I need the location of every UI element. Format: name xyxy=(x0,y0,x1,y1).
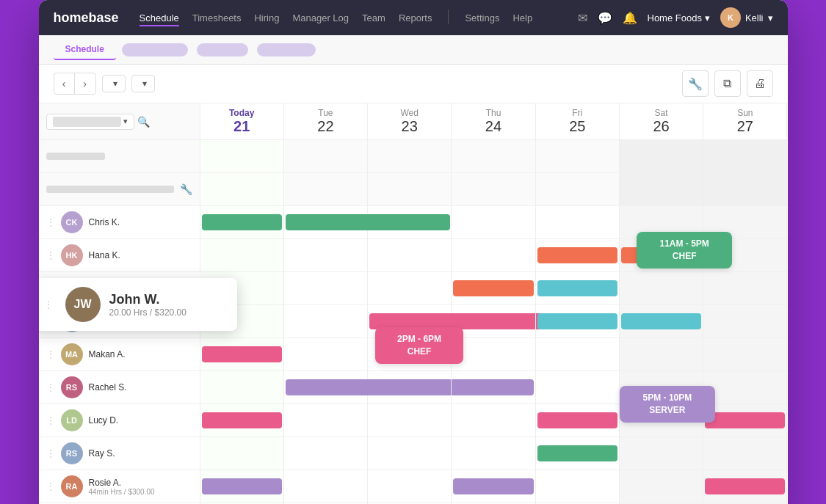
rachel-s-day-1[interactable] xyxy=(284,371,368,403)
lucy-d-day-6[interactable] xyxy=(703,404,787,437)
ray-s-day-6[interactable] xyxy=(703,437,787,470)
makan-a-day-6[interactable] xyxy=(703,338,787,370)
makan-a-day-5[interactable] xyxy=(620,338,703,370)
chris-k-day-4[interactable] xyxy=(536,206,620,238)
date-range-dropdown[interactable]: ▾ xyxy=(102,75,126,92)
mail-icon[interactable]: ✉ xyxy=(578,11,587,25)
rachel-s-day-3[interactable] xyxy=(452,371,535,403)
shift-hana-k-4[interactable] xyxy=(537,247,617,263)
shift-lucy-d-4[interactable] xyxy=(537,412,617,428)
chris-k-day-2[interactable] xyxy=(368,206,452,238)
rosie-a-day-6[interactable] xyxy=(703,470,787,503)
nav-reports[interactable]: Reports xyxy=(399,10,432,26)
hana-k-day-0[interactable] xyxy=(200,239,284,271)
rachel-s-day-4[interactable] xyxy=(536,371,620,403)
rosie-a-day-1[interactable] xyxy=(284,470,368,503)
chris-k-day-3[interactable] xyxy=(452,206,535,238)
john-w-day-1[interactable] xyxy=(284,272,368,304)
shift-rosie-a-6[interactable] xyxy=(705,478,785,494)
shift-lucy-d-0[interactable] xyxy=(202,412,282,428)
user-menu[interactable]: K Kelli ▾ xyxy=(720,7,773,28)
keyvan-r-day-6[interactable] xyxy=(703,305,787,337)
rachel-s-day-0[interactable] xyxy=(200,371,284,403)
makan-a-day-4[interactable] xyxy=(536,338,620,370)
keyvan-r-day-3[interactable] xyxy=(452,305,535,337)
shift-keyvan-r-5[interactable] xyxy=(621,313,701,329)
nav-schedule[interactable]: Schedule xyxy=(140,10,179,26)
chat-icon[interactable]: 💬 xyxy=(598,11,612,25)
hana-k-day-2[interactable] xyxy=(368,239,452,271)
role-filter-dropdown[interactable]: ▾ xyxy=(46,114,134,130)
subtab-pill-3[interactable] xyxy=(257,43,316,56)
chris-k-day-0[interactable] xyxy=(200,206,284,238)
company-selector[interactable]: Home Foods ▾ xyxy=(648,12,710,23)
drag-handle-hana-k[interactable]: ⋮ xyxy=(46,250,55,260)
rosie-a-day-3[interactable] xyxy=(452,470,535,503)
rosie-a-day-2[interactable] xyxy=(368,470,452,503)
nav-help[interactable]: Help xyxy=(512,10,532,26)
hana-k-day-4[interactable] xyxy=(536,239,620,271)
makan-a-day-1[interactable] xyxy=(284,338,368,370)
ray-s-day-2[interactable] xyxy=(368,437,452,470)
makan-a-day-3[interactable] xyxy=(452,338,535,370)
wrench-small-icon[interactable]: 🔧 xyxy=(180,183,192,195)
shift-john-w-4[interactable] xyxy=(537,280,617,296)
print-tool-button[interactable]: 🖨 xyxy=(747,70,773,97)
chris-k-day-1[interactable] xyxy=(284,206,368,238)
rosie-a-day-4[interactable] xyxy=(536,470,620,503)
hana-k-day-1[interactable] xyxy=(284,239,368,271)
rosie-a-day-0[interactable] xyxy=(200,470,284,503)
popup-drag-handle[interactable]: ⋮ xyxy=(43,299,54,310)
drag-handle-rosie-a[interactable]: ⋮ xyxy=(46,481,55,492)
makan-a-day-0[interactable] xyxy=(200,338,284,370)
shift-john-w-3[interactable] xyxy=(453,280,533,296)
shift-rosie-a-0[interactable] xyxy=(202,478,282,494)
next-week-button[interactable]: › xyxy=(75,73,95,94)
prev-week-button[interactable]: ‹ xyxy=(54,73,75,94)
shift-makan-a-0[interactable] xyxy=(202,346,282,362)
nav-settings[interactable]: Settings xyxy=(465,10,499,26)
shift-ray-s-4[interactable] xyxy=(537,445,617,461)
rachel-s-day-5[interactable]: 5PM - 10PM SERVER xyxy=(620,371,703,403)
ray-s-day-5[interactable] xyxy=(620,437,703,470)
keyvan-r-day-5[interactable] xyxy=(620,305,703,337)
copy-tool-button[interactable]: ⧉ xyxy=(714,70,741,97)
nav-hiring[interactable]: Hiring xyxy=(254,10,279,26)
lucy-d-day-0[interactable] xyxy=(200,404,284,437)
drag-handle-lucy-d[interactable]: ⋮ xyxy=(46,415,55,426)
drag-handle-rachel-s[interactable]: ⋮ xyxy=(46,382,55,392)
keyvan-r-day-4[interactable] xyxy=(536,305,620,337)
john-w-day-5[interactable] xyxy=(620,272,703,304)
drag-handle-ray-s[interactable]: ⋮ xyxy=(46,448,55,459)
rosie-a-day-5[interactable] xyxy=(620,470,703,503)
john-w-day-4[interactable] xyxy=(536,272,620,304)
lucy-d-day-2[interactable] xyxy=(368,404,452,437)
john-w-day-2[interactable] xyxy=(368,272,452,304)
lucy-d-day-3[interactable] xyxy=(452,404,535,437)
subtab-schedule[interactable]: Schedule xyxy=(54,40,116,60)
ray-s-day-1[interactable] xyxy=(284,437,368,470)
shift-rosie-a-3[interactable] xyxy=(453,478,533,494)
nav-timesheets[interactable]: Timesheets xyxy=(192,10,242,26)
hana-k-day-5[interactable]: 11AM - 5PM CHEF xyxy=(620,239,703,271)
ray-s-day-4[interactable] xyxy=(536,437,620,470)
subtab-pill-1[interactable] xyxy=(122,43,188,56)
nav-managerlog[interactable]: Manager Log xyxy=(292,10,349,26)
drag-handle-makan-a[interactable]: ⋮ xyxy=(46,349,55,359)
john-w-day-6[interactable] xyxy=(703,272,787,304)
nav-team[interactable]: Team xyxy=(362,10,385,26)
rachel-s-day-2[interactable] xyxy=(368,371,452,403)
settings-tool-button[interactable]: 🔧 xyxy=(682,70,709,97)
subtab-pill-2[interactable] xyxy=(197,43,248,56)
ray-s-day-0[interactable] xyxy=(200,437,284,470)
view-dropdown[interactable]: ▾ xyxy=(131,75,155,92)
lucy-d-day-1[interactable] xyxy=(284,404,368,437)
shift-keyvan-r-4[interactable] xyxy=(537,313,617,329)
keyvan-r-day-2[interactable]: 2PM - 6PM CHEF xyxy=(368,305,452,337)
drag-handle-chris-k[interactable]: ⋮ xyxy=(46,217,55,227)
rachel-s-day-6[interactable] xyxy=(703,371,787,403)
search-icon[interactable]: 🔍 xyxy=(137,116,150,128)
shift-lucy-d-6[interactable] xyxy=(705,412,785,428)
ray-s-day-3[interactable] xyxy=(452,437,535,470)
bell-icon[interactable]: 🔔 xyxy=(623,11,637,25)
